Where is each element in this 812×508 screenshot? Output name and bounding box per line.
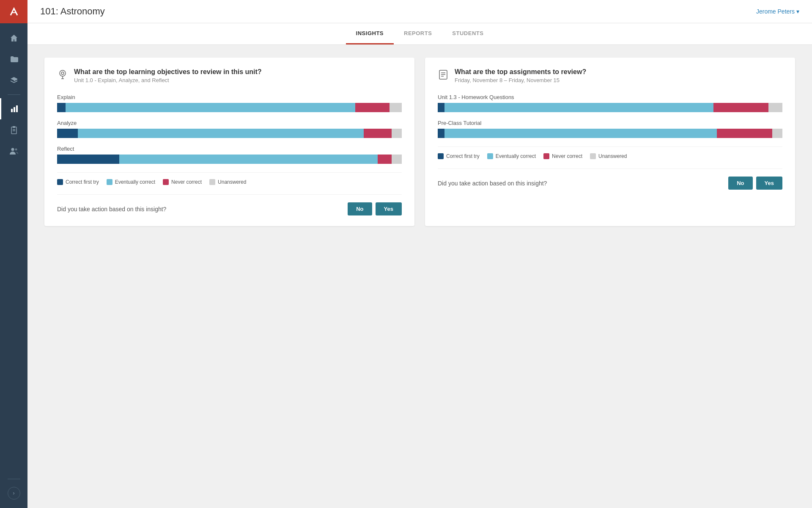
bar-track: [438, 103, 782, 112]
left-action-row: Did you take action based on this insigh…: [57, 194, 402, 215]
left-legend: Correct first tryEventually correctNever…: [57, 172, 402, 185]
left-card-title-block: What are the top learning objectives to …: [74, 68, 262, 83]
sidebar-item-clipboard[interactable]: [0, 119, 27, 141]
right-card-header: What are the top assignments to review? …: [438, 68, 782, 83]
bar-segment-never_correct: [355, 103, 390, 112]
bar-segment-correct_first: [57, 103, 66, 112]
bar-label: Unit 1.3 - Homework Questions: [438, 94, 782, 100]
bar-segment-eventually_correct: [444, 103, 713, 112]
svg-rect-2: [14, 107, 15, 112]
sidebar-nav: [0, 28, 27, 475]
left-card-header: What are the top learning objectives to …: [57, 68, 402, 83]
bar-label: Reflect: [57, 146, 402, 152]
bar-track: [57, 103, 402, 112]
bar-group: Unit 1.3 - Homework Questions: [438, 94, 782, 112]
user-menu[interactable]: Jerome Peters ▾: [756, 8, 799, 15]
right-legend: Correct first tryEventually correctNever…: [438, 146, 782, 159]
tab-insights[interactable]: INSIGHTS: [346, 23, 394, 44]
right-no-button[interactable]: No: [728, 177, 752, 190]
sidebar-expand-button[interactable]: ›: [8, 487, 20, 500]
svg-point-11: [61, 72, 64, 75]
sidebar-item-chart[interactable]: [0, 98, 27, 119]
left-no-button[interactable]: No: [348, 202, 372, 215]
left-action-question: Did you take action based on this insigh…: [57, 206, 166, 213]
legend-item-unanswered: Unanswered: [590, 153, 627, 159]
bar-segment-unanswered: [768, 103, 782, 112]
sidebar-item-folder[interactable]: [0, 49, 27, 70]
legend-item-never_correct: Never correct: [163, 179, 202, 185]
tab-nav: INSIGHTS REPORTS STUDENTS: [27, 23, 812, 45]
right-card-subtitle: Friday, November 8 – Friday, November 15: [455, 77, 586, 83]
legend-swatch: [57, 179, 63, 185]
legend-label: Correct first try: [66, 179, 99, 185]
page-title: 101: Astronomy: [40, 6, 105, 17]
tab-reports[interactable]: REPORTS: [394, 23, 442, 44]
legend-label: Eventually correct: [496, 153, 536, 159]
svg-rect-5: [13, 126, 15, 128]
legend-item-correct_first: Correct first try: [438, 153, 480, 159]
bar-segment-eventually_correct: [66, 103, 355, 112]
legend-swatch: [487, 153, 493, 159]
right-card-title: What are the top assignments to review?: [455, 68, 586, 76]
bar-group: Analyze: [57, 120, 402, 138]
left-action-buttons: No Yes: [348, 202, 402, 215]
legend-item-correct_first: Correct first try: [57, 179, 99, 185]
svg-rect-3: [16, 105, 18, 112]
bar-segment-unanswered: [392, 129, 402, 138]
legend-swatch: [590, 153, 596, 159]
right-bar-chart: Unit 1.3 - Homework QuestionsPre-Class T…: [438, 94, 782, 138]
sidebar-divider-bottom: [8, 479, 20, 479]
cards-row: What are the top learning objectives to …: [44, 58, 795, 226]
left-card-subtitle: Unit 1.0 - Explain, Analyze, and Reflect: [74, 77, 262, 83]
bar-track: [57, 155, 402, 164]
bar-segment-correct_first: [57, 155, 119, 164]
sidebar-item-users[interactable]: [0, 141, 27, 162]
legend-item-unanswered: Unanswered: [209, 179, 246, 185]
bar-segment-unanswered: [772, 129, 782, 138]
bar-group: Pre-Class Tutorial: [438, 120, 782, 138]
left-card-title: What are the top learning objectives to …: [74, 68, 262, 76]
bar-segment-unanswered: [390, 103, 402, 112]
bar-segment-eventually_correct: [444, 129, 717, 138]
content-area: What are the top learning objectives to …: [27, 45, 812, 508]
sidebar-item-home[interactable]: [0, 28, 27, 49]
bar-group: Explain: [57, 94, 402, 112]
bar-segment-never_correct: [378, 155, 392, 164]
svg-rect-1: [11, 109, 13, 112]
header: 101: Astronomy Jerome Peters ▾: [27, 0, 812, 23]
bar-track: [438, 129, 782, 138]
bar-label: Explain: [57, 94, 402, 100]
legend-item-never_correct: Never correct: [543, 153, 582, 159]
app-logo: [0, 0, 27, 23]
legend-label: Unanswered: [598, 153, 627, 159]
svg-point-10: [60, 70, 66, 76]
left-card: What are the top learning objectives to …: [44, 58, 414, 226]
sidebar-item-layers[interactable]: [0, 70, 27, 91]
sidebar-bottom: ›: [8, 475, 20, 500]
bar-segment-correct_first: [57, 129, 78, 138]
legend-label: Eventually correct: [115, 179, 155, 185]
right-card-icon: [438, 69, 449, 83]
bar-segment-correct_first: [438, 103, 444, 112]
legend-swatch: [107, 179, 112, 185]
legend-swatch: [163, 179, 169, 185]
right-yes-button[interactable]: Yes: [756, 177, 782, 190]
svg-point-8: [11, 148, 14, 151]
right-card: What are the top assignments to review? …: [425, 58, 795, 226]
sidebar: ›: [0, 0, 27, 508]
legend-label: Never correct: [171, 179, 202, 185]
bar-segment-never_correct: [364, 129, 391, 138]
bar-segment-unanswered: [392, 155, 402, 164]
left-card-icon: [57, 69, 68, 83]
sidebar-divider: [8, 94, 20, 95]
bar-segment-eventually_correct: [78, 129, 364, 138]
legend-label: Correct first try: [446, 153, 480, 159]
bar-segment-never_correct: [717, 129, 772, 138]
left-yes-button[interactable]: Yes: [376, 202, 402, 215]
legend-swatch: [543, 153, 549, 159]
legend-swatch: [209, 179, 215, 185]
right-card-title-block: What are the top assignments to review? …: [455, 68, 586, 83]
legend-item-eventually_correct: Eventually correct: [487, 153, 536, 159]
bar-label: Analyze: [57, 120, 402, 126]
tab-students[interactable]: STUDENTS: [442, 23, 494, 44]
